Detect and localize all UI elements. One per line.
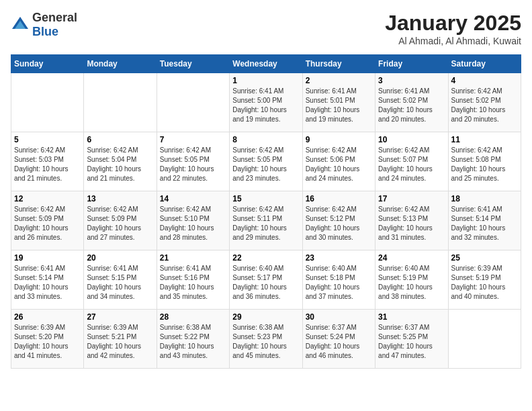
day-info: Sunrise: 6:41 AM Sunset: 5:16 PM Dayligh… bbox=[160, 264, 226, 302]
day-number: 27 bbox=[87, 312, 153, 322]
calendar-cell bbox=[11, 73, 84, 132]
calendar-cell bbox=[84, 73, 157, 132]
calendar-cell: 6Sunrise: 6:42 AM Sunset: 5:04 PM Daylig… bbox=[84, 132, 157, 191]
header-wednesday: Wednesday bbox=[230, 55, 302, 73]
calendar-cell: 23Sunrise: 6:40 AM Sunset: 5:18 PM Dayli… bbox=[302, 250, 375, 310]
day-info: Sunrise: 6:41 AM Sunset: 5:15 PM Dayligh… bbox=[87, 264, 153, 302]
calendar-cell bbox=[448, 310, 521, 369]
calendar-cell: 14Sunrise: 6:42 AM Sunset: 5:10 PM Dayli… bbox=[157, 191, 229, 250]
calendar-cell: 7Sunrise: 6:42 AM Sunset: 5:05 PM Daylig… bbox=[157, 132, 229, 191]
calendar-cell: 19Sunrise: 6:41 AM Sunset: 5:14 PM Dayli… bbox=[11, 250, 84, 310]
calendar-cell: 24Sunrise: 6:40 AM Sunset: 5:19 PM Dayli… bbox=[375, 250, 448, 310]
day-info: Sunrise: 6:42 AM Sunset: 5:09 PM Dayligh… bbox=[87, 205, 153, 242]
calendar-cell: 30Sunrise: 6:37 AM Sunset: 5:24 PM Dayli… bbox=[302, 310, 375, 369]
day-info: Sunrise: 6:37 AM Sunset: 5:24 PM Dayligh… bbox=[306, 323, 372, 361]
calendar-cell: 16Sunrise: 6:42 AM Sunset: 5:12 PM Dayli… bbox=[302, 191, 375, 250]
day-number: 8 bbox=[232, 135, 299, 144]
day-info: Sunrise: 6:41 AM Sunset: 5:00 PM Dayligh… bbox=[232, 87, 299, 124]
header-row: SundayMondayTuesdayWednesdayThursdayFrid… bbox=[11, 55, 521, 73]
day-number: 19 bbox=[14, 253, 81, 263]
day-number: 10 bbox=[378, 135, 445, 144]
day-info: Sunrise: 6:42 AM Sunset: 5:04 PM Dayligh… bbox=[87, 146, 153, 183]
day-number: 30 bbox=[306, 312, 372, 322]
calendar-cell: 28Sunrise: 6:38 AM Sunset: 5:22 PM Dayli… bbox=[157, 310, 229, 369]
day-info: Sunrise: 6:41 AM Sunset: 5:02 PM Dayligh… bbox=[378, 87, 445, 124]
day-info: Sunrise: 6:41 AM Sunset: 5:14 PM Dayligh… bbox=[451, 205, 518, 242]
calendar-cell: 21Sunrise: 6:41 AM Sunset: 5:16 PM Dayli… bbox=[157, 250, 229, 310]
day-info: Sunrise: 6:42 AM Sunset: 5:08 PM Dayligh… bbox=[451, 146, 518, 183]
day-number: 13 bbox=[87, 194, 153, 203]
day-number: 23 bbox=[306, 253, 372, 263]
day-info: Sunrise: 6:42 AM Sunset: 5:06 PM Dayligh… bbox=[306, 146, 372, 183]
day-info: Sunrise: 6:38 AM Sunset: 5:22 PM Dayligh… bbox=[160, 323, 226, 361]
day-number: 18 bbox=[451, 194, 518, 203]
day-number: 11 bbox=[451, 135, 518, 144]
logo-general: General bbox=[32, 11, 77, 24]
day-info: Sunrise: 6:40 AM Sunset: 5:18 PM Dayligh… bbox=[306, 264, 372, 302]
day-number: 3 bbox=[378, 76, 445, 85]
header-thursday: Thursday bbox=[302, 55, 375, 73]
day-number: 24 bbox=[378, 253, 445, 263]
day-info: Sunrise: 6:39 AM Sunset: 5:20 PM Dayligh… bbox=[14, 323, 81, 361]
day-info: Sunrise: 6:39 AM Sunset: 5:21 PM Dayligh… bbox=[87, 323, 153, 361]
calendar-cell: 15Sunrise: 6:42 AM Sunset: 5:11 PM Dayli… bbox=[230, 191, 302, 250]
day-number: 7 bbox=[160, 135, 226, 144]
day-info: Sunrise: 6:38 AM Sunset: 5:23 PM Dayligh… bbox=[232, 323, 299, 361]
header-tuesday: Tuesday bbox=[157, 55, 229, 73]
logo-text: General Blue bbox=[32, 11, 77, 39]
calendar-cell bbox=[157, 73, 229, 132]
calendar-cell: 5Sunrise: 6:42 AM Sunset: 5:03 PM Daylig… bbox=[11, 132, 84, 191]
day-number: 21 bbox=[160, 253, 226, 263]
calendar-cell: 10Sunrise: 6:42 AM Sunset: 5:07 PM Dayli… bbox=[375, 132, 448, 191]
day-info: Sunrise: 6:41 AM Sunset: 5:14 PM Dayligh… bbox=[14, 264, 81, 302]
day-info: Sunrise: 6:37 AM Sunset: 5:25 PM Dayligh… bbox=[378, 323, 445, 361]
week-row-5: 26Sunrise: 6:39 AM Sunset: 5:20 PM Dayli… bbox=[11, 310, 521, 369]
day-number: 2 bbox=[306, 76, 372, 85]
calendar-cell: 1Sunrise: 6:41 AM Sunset: 5:00 PM Daylig… bbox=[230, 73, 302, 132]
calendar-cell: 4Sunrise: 6:42 AM Sunset: 5:02 PM Daylig… bbox=[448, 73, 521, 132]
calendar-cell: 18Sunrise: 6:41 AM Sunset: 5:14 PM Dayli… bbox=[448, 191, 521, 250]
calendar-cell: 31Sunrise: 6:37 AM Sunset: 5:25 PM Dayli… bbox=[375, 310, 448, 369]
day-info: Sunrise: 6:41 AM Sunset: 5:01 PM Dayligh… bbox=[306, 87, 372, 124]
calendar-cell: 27Sunrise: 6:39 AM Sunset: 5:21 PM Dayli… bbox=[84, 310, 157, 369]
day-info: Sunrise: 6:42 AM Sunset: 5:07 PM Dayligh… bbox=[378, 146, 445, 183]
calendar-cell: 11Sunrise: 6:42 AM Sunset: 5:08 PM Dayli… bbox=[448, 132, 521, 191]
calendar-cell: 13Sunrise: 6:42 AM Sunset: 5:09 PM Dayli… bbox=[84, 191, 157, 250]
day-info: Sunrise: 6:39 AM Sunset: 5:19 PM Dayligh… bbox=[451, 264, 518, 302]
calendar-cell: 12Sunrise: 6:42 AM Sunset: 5:09 PM Dayli… bbox=[11, 191, 84, 250]
day-info: Sunrise: 6:42 AM Sunset: 5:05 PM Dayligh… bbox=[160, 146, 226, 183]
day-number: 22 bbox=[232, 253, 299, 263]
day-number: 5 bbox=[14, 135, 81, 144]
day-info: Sunrise: 6:42 AM Sunset: 5:09 PM Dayligh… bbox=[14, 205, 81, 242]
day-number: 26 bbox=[14, 312, 81, 322]
calendar-cell: 3Sunrise: 6:41 AM Sunset: 5:02 PM Daylig… bbox=[375, 73, 448, 132]
week-row-1: 1Sunrise: 6:41 AM Sunset: 5:00 PM Daylig… bbox=[11, 73, 521, 132]
day-info: Sunrise: 6:42 AM Sunset: 5:12 PM Dayligh… bbox=[306, 205, 372, 242]
day-number: 12 bbox=[14, 194, 81, 203]
calendar-cell: 2Sunrise: 6:41 AM Sunset: 5:01 PM Daylig… bbox=[302, 73, 375, 132]
day-number: 16 bbox=[306, 194, 372, 203]
day-info: Sunrise: 6:42 AM Sunset: 5:10 PM Dayligh… bbox=[160, 205, 226, 242]
day-number: 20 bbox=[87, 253, 153, 263]
day-info: Sunrise: 6:42 AM Sunset: 5:03 PM Dayligh… bbox=[14, 146, 81, 183]
header-saturday: Saturday bbox=[448, 55, 521, 73]
day-info: Sunrise: 6:42 AM Sunset: 5:05 PM Dayligh… bbox=[232, 146, 299, 183]
day-number: 17 bbox=[378, 194, 445, 203]
day-number: 9 bbox=[306, 135, 372, 144]
week-row-4: 19Sunrise: 6:41 AM Sunset: 5:14 PM Dayli… bbox=[11, 250, 521, 310]
day-number: 14 bbox=[160, 194, 226, 203]
header-friday: Friday bbox=[375, 55, 448, 73]
calendar-cell: 25Sunrise: 6:39 AM Sunset: 5:19 PM Dayli… bbox=[448, 250, 521, 310]
day-number: 1 bbox=[232, 76, 299, 85]
title-block: January 2025 Al Ahmadi, Al Ahmadi, Kuwai… bbox=[385, 11, 521, 46]
calendar-cell: 22Sunrise: 6:40 AM Sunset: 5:17 PM Dayli… bbox=[230, 250, 302, 310]
logo-blue: Blue bbox=[32, 25, 58, 38]
day-number: 25 bbox=[451, 253, 518, 263]
calendar-cell: 9Sunrise: 6:42 AM Sunset: 5:06 PM Daylig… bbox=[302, 132, 375, 191]
day-info: Sunrise: 6:42 AM Sunset: 5:02 PM Dayligh… bbox=[451, 87, 518, 124]
day-number: 31 bbox=[378, 312, 445, 322]
page-header: General Blue January 2025 Al Ahmadi, Al … bbox=[11, 11, 521, 46]
week-row-2: 5Sunrise: 6:42 AM Sunset: 5:03 PM Daylig… bbox=[11, 132, 521, 191]
header-sunday: Sunday bbox=[11, 55, 84, 73]
day-number: 4 bbox=[451, 76, 518, 85]
